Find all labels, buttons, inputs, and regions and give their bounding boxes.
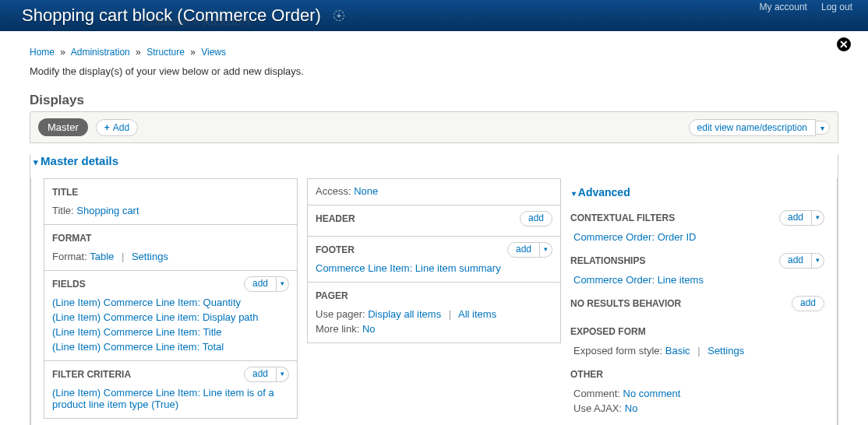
- field-item[interactable]: (Line Item) Commerce Line Item: Title: [52, 326, 221, 338]
- contextual-heading: CONTEXTUAL FILTERS: [570, 212, 675, 223]
- my-account-link[interactable]: My account: [760, 2, 807, 12]
- edit-view-name-button[interactable]: edit view name/description: [689, 119, 816, 136]
- intro-text: Modify the display(s) of your view below…: [30, 65, 838, 77]
- field-item[interactable]: (Line Item) Commerce Line Item: Quantity: [52, 297, 241, 308]
- title-heading: TITLE: [52, 184, 289, 201]
- crumb-home[interactable]: Home: [30, 47, 55, 58]
- toolbar: Shopping cart block (Commerce Order) + C…: [0, 0, 868, 31]
- log-out-link[interactable]: Log out: [821, 2, 852, 12]
- relationships-add-dropdown[interactable]: ▾: [812, 253, 824, 269]
- pager-heading: PAGER: [316, 287, 552, 304]
- field-item[interactable]: (Line Item) Commerce Line item: Total: [52, 341, 224, 353]
- noresults-heading: NO RESULTS BEHAVIOR: [570, 298, 681, 309]
- master-details-toggle[interactable]: Master details: [34, 154, 838, 167]
- format-heading: FORMAT: [52, 230, 289, 247]
- relationships-heading: RELATIONSHIPS: [570, 255, 645, 266]
- header-heading: HEADER: [316, 213, 355, 224]
- other-heading: OTHER: [570, 366, 824, 383]
- format-value[interactable]: Table: [90, 251, 114, 262]
- fields-add-dropdown[interactable]: ▾: [277, 276, 289, 293]
- exposed-value[interactable]: Basic: [665, 345, 690, 357]
- overlay: ✕ Home » Administration » Structure » Vi…: [6, 31, 862, 425]
- contextual-add-dropdown[interactable]: ▾: [812, 210, 824, 227]
- noresults-add-button[interactable]: add: [792, 296, 824, 312]
- more-link-value[interactable]: No: [362, 323, 376, 335]
- title-value[interactable]: Shopping cart: [76, 205, 139, 216]
- displays-heading: Displays: [30, 93, 838, 108]
- format-settings[interactable]: Settings: [132, 251, 168, 262]
- close-icon[interactable]: ✕: [835, 36, 852, 53]
- add-shortcut-icon[interactable]: +: [333, 10, 344, 21]
- plus-icon: +: [104, 122, 110, 133]
- add-display-button[interactable]: + Add: [96, 119, 138, 136]
- crumb-admin[interactable]: Administration: [71, 47, 130, 58]
- relationship-item[interactable]: Commerce Order: Line items: [573, 274, 704, 286]
- ajax-value[interactable]: No: [625, 402, 638, 414]
- field-item[interactable]: (Line Item) Commerce Line item: Display …: [52, 311, 258, 323]
- user-menu: My account Log out: [760, 2, 852, 12]
- breadcrumb: Home » Administration » Structure » View…: [30, 47, 838, 58]
- filter-item[interactable]: (Line Item) Commerce Line Item: Line ite…: [52, 387, 274, 410]
- contextual-item[interactable]: Commerce Order: Order ID: [573, 231, 696, 243]
- filter-heading: FILTER CRITERIA: [52, 369, 131, 380]
- fields-add-button[interactable]: add: [244, 276, 277, 293]
- exposed-settings[interactable]: Settings: [707, 345, 744, 357]
- advanced-toggle[interactable]: Advanced: [572, 186, 824, 198]
- filter-add-dropdown[interactable]: ▾: [277, 367, 289, 383]
- filter-add-button[interactable]: add: [244, 367, 277, 383]
- exposed-heading: EXPOSED FORM: [570, 323, 824, 340]
- relationships-add-button[interactable]: add: [779, 253, 812, 269]
- footer-heading: FOOTER: [316, 244, 355, 255]
- comment-value[interactable]: No comment: [623, 388, 681, 399]
- displays-bar: Master + Add edit view name/description▾: [30, 111, 838, 143]
- site-logo-text: Commerce Kickstart: [142, 14, 251, 30]
- display-master-button[interactable]: Master: [38, 118, 88, 136]
- pager-value[interactable]: Display all items: [368, 308, 441, 320]
- header-add-button[interactable]: add: [520, 211, 552, 227]
- fields-heading: FIELDS: [52, 279, 86, 290]
- footer-add-button[interactable]: add: [507, 242, 540, 258]
- footer-item[interactable]: Commerce Line Item: Line item summary: [316, 262, 501, 274]
- pager-all-items[interactable]: All items: [458, 308, 496, 320]
- edit-view-name-dropdown[interactable]: ▾: [816, 121, 830, 135]
- access-value[interactable]: None: [354, 185, 378, 197]
- footer-add-dropdown[interactable]: ▾: [540, 242, 552, 258]
- crumb-views[interactable]: Views: [201, 47, 226, 58]
- crumb-structure[interactable]: Structure: [146, 47, 185, 58]
- contextual-add-button[interactable]: add: [779, 210, 812, 227]
